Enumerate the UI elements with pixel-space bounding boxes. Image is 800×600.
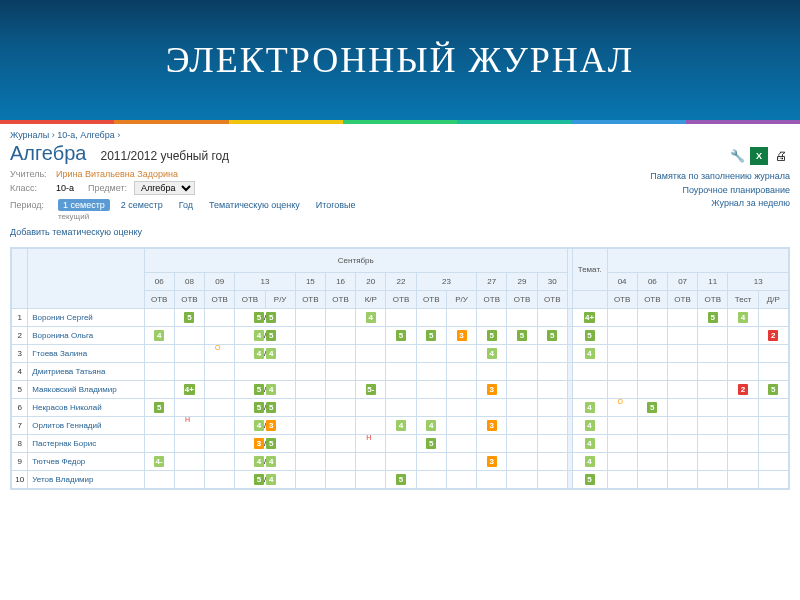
breadcrumb: Журналы › 10-а, Алгебра › [10,130,790,140]
student-name[interactable]: Воронин Сергей [28,309,144,327]
col-student [28,249,144,309]
tab-sem1[interactable]: 1 семестр [58,199,110,211]
teacher-label: Учитель: [10,169,52,179]
breadcrumb-journals[interactable]: Журналы [10,130,49,140]
col-number [12,249,28,309]
link-week[interactable]: Журнал за неделю [650,197,790,211]
rainbow-divider [0,120,800,124]
student-name[interactable]: Некрасов Николай [28,399,144,417]
student-name[interactable]: Тютчев Федор [28,453,144,471]
table-row: 6Некрасов Николай55/54О5 [12,399,789,417]
toolbar-icons: 🔧 X 🖨 [728,147,790,165]
add-thematic-link[interactable]: Добавить тематическую оценку [10,227,142,237]
period-label: Период: [10,200,52,210]
tab-thematic[interactable]: Тематическую оценку [204,199,305,211]
class-value: 10-а [56,183,74,193]
student-name[interactable]: Дмитриева Татьяна [28,363,144,381]
page-title: Алгебра [10,142,86,165]
tab-sem2[interactable]: 2 семестр [116,199,168,211]
subject-select[interactable]: Алгебра [134,181,195,195]
tab-final[interactable]: Итоговые [311,199,361,211]
table-row: 4Дмитриева Татьяна [12,363,789,381]
table-row: 10Уетов Владимир5/455 [12,471,789,489]
period-current: текущий [58,212,790,221]
table-row: 1Воронин Сергей55/544+54 [12,309,789,327]
teacher-name: Ирина Витальевна Задорина [56,169,178,179]
tab-year[interactable]: Год [174,199,198,211]
student-name[interactable]: Гтоева Залина [28,345,144,363]
print-icon[interactable]: 🖨 [772,147,790,165]
export-icon[interactable]: 🔧 [728,147,746,165]
subject-label: Предмет: [88,183,130,193]
table-row: 3Гтоева ЗалинаО4/444 [12,345,789,363]
excel-icon[interactable]: X [750,147,768,165]
link-memo[interactable]: Памятка по заполнению журнала [650,170,790,184]
table-row: 9Тютчев Федор4-4/434 [12,453,789,471]
table-row: 2Воронина Ольга44/555355552 [12,327,789,345]
student-name[interactable]: Воронина Ольга [28,327,144,345]
student-name[interactable]: Маяковский Владимир [28,381,144,399]
month-header: Сентябрь [144,249,567,273]
student-name[interactable]: Орлитов Геннадий [28,417,144,435]
side-links: Памятка по заполнению журнала Поурочное … [650,170,790,211]
class-label: Класс: [10,183,52,193]
student-name[interactable]: Уетов Владимир [28,471,144,489]
table-row: 5Маяковский Владимир4+5/45-325 [12,381,789,399]
table-row: 8Пастернак Борис3/5Н54 [12,435,789,453]
link-planning[interactable]: Поурочное планирование [650,184,790,198]
gradebook-table: Сентябрь Темат. 06 08 09 13 15 16 20 22 … [10,247,790,490]
student-name[interactable]: Пастернак Борис [28,435,144,453]
breadcrumb-class[interactable]: 10-а, Алгебра [57,130,114,140]
banner-title: ЭЛЕКТРОННЫЙ ЖУРНАЛ [166,39,634,81]
title-banner: ЭЛЕКТРОННЫЙ ЖУРНАЛ [0,0,800,120]
table-row: 7Орлитов ГеннадийН4/34434 [12,417,789,435]
academic-year: 2011/2012 учебный год [100,149,229,163]
col-themat: Темат. [572,249,607,291]
